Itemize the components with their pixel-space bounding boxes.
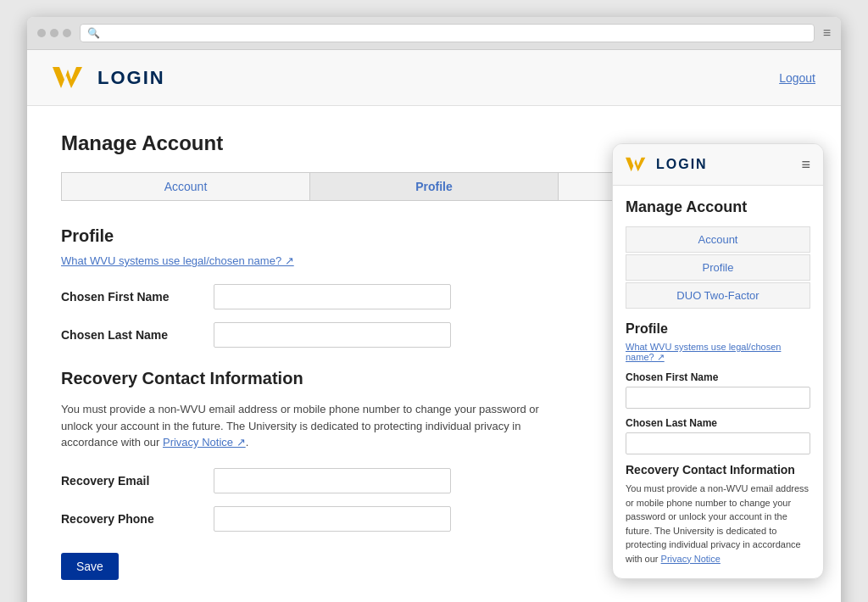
tab-account[interactable]: Account <box>62 173 310 200</box>
browser-dots <box>37 29 71 37</box>
mobile-logo: LOGIN <box>626 154 708 175</box>
browser-address-bar[interactable]: 🔍 <box>80 24 815 42</box>
tab-profile[interactable]: Profile <box>310 173 559 200</box>
mobile-info-link[interactable]: What WVU systems use legal/chosen name? … <box>626 342 810 363</box>
mobile-chosen-first-name-group: Chosen First Name <box>626 371 810 409</box>
mobile-tabs: Account Profile DUO Two-Factor <box>626 226 810 309</box>
mobile-wvu-logo-icon <box>626 154 651 175</box>
browser-dot-1 <box>37 29 46 37</box>
browser-dot-3 <box>63 29 71 37</box>
site-logo: LOGIN <box>53 63 165 92</box>
mobile-tab-duo[interactable]: DUO Two-Factor <box>626 282 810 309</box>
wvu-logo-icon <box>53 63 91 92</box>
privacy-notice-link[interactable]: Privacy Notice ↗ <box>163 436 246 449</box>
chosen-last-name-label: Chosen Last Name <box>61 328 214 342</box>
chosen-first-name-label: Chosen First Name <box>61 290 214 304</box>
recovery-description: You must provide a non-WVU email address… <box>61 401 553 451</box>
mobile-recovery-desc: You must provide a non-WVU email address… <box>626 482 810 566</box>
logo-text: LOGIN <box>97 67 165 89</box>
browser-menu-icon[interactable]: ≡ <box>823 25 831 41</box>
search-icon: 🔍 <box>87 27 100 39</box>
svg-marker-0 <box>53 67 82 88</box>
mobile-chosen-last-name-label: Chosen Last Name <box>626 417 810 429</box>
recovery-phone-input[interactable] <box>214 506 451 532</box>
mobile-chosen-first-name-label: Chosen First Name <box>626 371 810 383</box>
mobile-chosen-last-name-input[interactable] <box>626 432 810 454</box>
svg-marker-1 <box>626 158 645 172</box>
mobile-privacy-link[interactable]: Privacy Notice <box>661 554 721 564</box>
logout-link[interactable]: Logout <box>779 71 815 85</box>
mobile-overlay: LOGIN ≡ Manage Account Account Profile D… <box>612 143 824 579</box>
mobile-logo-text: LOGIN <box>656 157 708 172</box>
mobile-recovery-title: Recovery Contact Information <box>626 463 810 477</box>
chosen-last-name-input[interactable] <box>214 322 451 348</box>
site-header: LOGIN Logout <box>27 50 841 106</box>
page-content: LOGIN Logout Manage Account Account Prof… <box>27 50 841 602</box>
mobile-profile-title: Profile <box>626 321 810 337</box>
mobile-chosen-last-name-group: Chosen Last Name <box>626 417 810 454</box>
recovery-email-label: Recovery Email <box>61 474 214 488</box>
save-button[interactable]: Save <box>61 553 119 580</box>
mobile-header: LOGIN ≡ <box>613 144 823 186</box>
chosen-first-name-input[interactable] <box>214 284 451 309</box>
mobile-tab-account[interactable]: Account <box>626 226 810 253</box>
mobile-tab-profile[interactable]: Profile <box>626 254 810 281</box>
browser-dot-2 <box>50 29 58 37</box>
browser-toolbar: 🔍 ≡ <box>27 17 841 50</box>
mobile-hamburger-icon[interactable]: ≡ <box>801 156 810 174</box>
recovery-phone-label: Recovery Phone <box>61 512 214 526</box>
mobile-page-title: Manage Account <box>626 198 810 216</box>
recovery-email-input[interactable] <box>214 468 451 493</box>
mobile-content: Manage Account Account Profile DUO Two-F… <box>613 186 823 578</box>
browser-window: 🔍 ≡ LOGIN Logout Manage Account Account <box>27 17 841 602</box>
mobile-chosen-first-name-input[interactable] <box>626 387 810 409</box>
